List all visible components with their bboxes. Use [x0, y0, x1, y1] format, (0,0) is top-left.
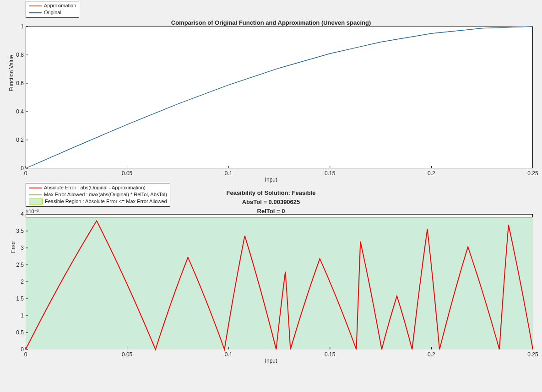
- legend-swatch: [29, 194, 42, 195]
- chart1-legend: Approximation Original: [26, 1, 79, 18]
- chart2-title-line3: RelTol = 0: [0, 208, 542, 215]
- chart1-axes: [26, 27, 533, 168]
- chart2-y-multiplier: ×10⁻³: [26, 209, 38, 215]
- legend-label: Original: [44, 9, 61, 16]
- legend-swatch: [29, 199, 43, 204]
- legend-swatch: [29, 188, 42, 188]
- chart1-ylabel: Function Value: [8, 27, 15, 119]
- legend-swatch: [29, 12, 42, 13]
- chart2-legend: Absolute Error : abs(Original - Approxim…: [26, 183, 170, 207]
- legend-entry-abs-error: Absolute Error : abs(Original - Approxim…: [29, 184, 167, 191]
- legend-label: Max Error Allowed : max(abs(Original) * …: [44, 191, 167, 198]
- legend-entry-max-error: Max Error Allowed : max(abs(Original) * …: [29, 191, 167, 198]
- chart2-xlabel: Input: [0, 358, 542, 364]
- chart1-title: Comparison of Original Function and Appr…: [0, 19, 542, 26]
- legend-label: Approximation: [44, 2, 76, 9]
- legend-entry-feasible: Feasible Region : Absolute Error <= Max …: [29, 198, 167, 205]
- chart1-xlabel: Input: [0, 177, 542, 183]
- legend-swatch: [29, 5, 42, 6]
- figure: Comparison of Original Function and Appr…: [0, 0, 542, 392]
- chart2-axes: [26, 214, 533, 349]
- legend-label: Feasible Region : Absolute Error <= Max …: [45, 198, 167, 205]
- legend-entry-original: Original: [29, 9, 76, 16]
- legend-entry-approximation: Approximation: [29, 2, 76, 9]
- legend-label: Absolute Error : abs(Original - Approxim…: [44, 184, 146, 191]
